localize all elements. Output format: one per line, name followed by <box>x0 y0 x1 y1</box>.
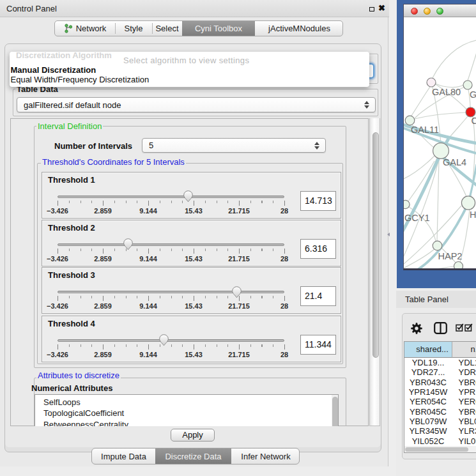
svg-text:GCY1: GCY1 <box>404 213 430 223</box>
svg-text:GAL80: GAL80 <box>432 87 461 97</box>
svg-text:GAL11: GAL11 <box>411 125 439 135</box>
svg-text:GAL4: GAL4 <box>443 157 466 167</box>
svg-text:GA: GA <box>470 89 476 100</box>
svg-text:HAP2: HAP2 <box>438 251 463 261</box>
svg-text:CY: CY <box>472 116 476 126</box>
svg-text:HI: HI <box>470 210 476 220</box>
